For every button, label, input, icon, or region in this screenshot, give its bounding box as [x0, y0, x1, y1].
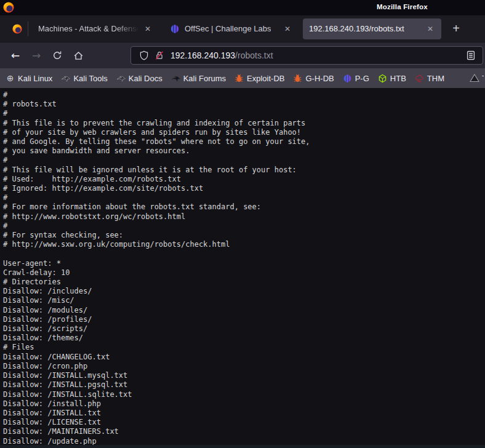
- forward-button[interactable]: →: [28, 47, 44, 64]
- bookmark-pg[interactable]: P-G: [343, 74, 369, 83]
- bookmark-label: HTB: [390, 74, 406, 83]
- bookmark-label: P-G: [355, 74, 369, 83]
- reload-button[interactable]: [49, 47, 65, 64]
- robots-txt-text: # # robots.txt # # This file is to preve…: [0, 88, 485, 446]
- tab-robots-txt-active[interactable]: 192.168.240.193/robots.txt ✕: [303, 18, 441, 39]
- close-icon[interactable]: ✕: [425, 24, 435, 34]
- bookmark-htb[interactable]: HTB: [378, 74, 406, 83]
- bookmark-label: Kali Forums: [183, 74, 226, 83]
- close-icon[interactable]: ✕: [143, 24, 153, 34]
- tab-separator: [28, 22, 28, 36]
- page-content: # # robots.txt # # This file is to preve…: [0, 88, 485, 448]
- tab-label: OffSec | Challenge Labs: [185, 24, 271, 33]
- new-tab-button[interactable]: +: [447, 20, 465, 38]
- bookmark-partial[interactable]: T: [470, 73, 484, 83]
- kali-globe-icon: ⊕: [6, 74, 15, 83]
- close-icon[interactable]: ✕: [283, 24, 292, 34]
- bookmark-kali-forums[interactable]: Kali Forums: [171, 74, 226, 83]
- htb-cube-icon: [378, 74, 387, 83]
- tab-label: Machines - Attack & Defense: [38, 24, 141, 33]
- back-button[interactable]: ←: [7, 47, 23, 64]
- offsec-icon: [343, 74, 352, 83]
- navigation-toolbar: ← → 192.168.240.193/ro: [0, 42, 485, 68]
- bug-icon: [293, 74, 302, 83]
- bookmark-label: Exploit-DB: [247, 74, 284, 83]
- firefox-icon: [12, 24, 22, 34]
- url-path: /robots.txt: [235, 50, 273, 60]
- bookmark-kali-linux[interactable]: ⊕ Kali Linux: [6, 74, 52, 83]
- bookmark-label: Kali Docs: [129, 74, 162, 83]
- url-bar[interactable]: 192.168.240.193/robots.txt: [130, 46, 483, 65]
- kali-dragon-icon: [116, 74, 126, 83]
- tab-offsec-challenge-labs[interactable]: OffSec | Challenge Labs ✕: [164, 18, 299, 39]
- window-title: Mozilla Firefox: [377, 3, 428, 10]
- bookmark-label-clipped: T: [482, 74, 484, 83]
- shield-permissions-icon[interactable]: [139, 50, 149, 60]
- url-domain: 192.168.240.193: [170, 50, 235, 60]
- url-text: 192.168.240.193/robots.txt: [170, 50, 273, 60]
- thm-cloud-icon: [415, 74, 424, 83]
- bug-icon: [234, 74, 244, 83]
- kali-dragon-dark-icon: [171, 74, 180, 83]
- bookmark-thm[interactable]: THM: [415, 74, 444, 83]
- triangle-icon: [470, 73, 479, 83]
- home-button[interactable]: [70, 47, 86, 64]
- reload-icon: [52, 50, 62, 60]
- bookmark-label: THM: [427, 74, 444, 83]
- bookmark-kali-tools[interactable]: Kali Tools: [61, 74, 107, 83]
- bookmark-label: Kali Linux: [18, 74, 52, 83]
- tab-bar: Machines - Attack & Defense ✕ OffSec | C…: [0, 15, 485, 42]
- bookmark-label: Kali Tools: [73, 74, 107, 83]
- home-icon: [73, 50, 84, 61]
- tab-machines-attack-defense[interactable]: Machines - Attack & Defense ✕: [32, 18, 159, 39]
- bookmark-exploit-db[interactable]: Exploit-DB: [234, 74, 284, 83]
- insecure-lock-icon[interactable]: [154, 50, 164, 60]
- reader-mode-icon[interactable]: [465, 50, 476, 61]
- offsec-icon: [170, 24, 180, 34]
- bottom-edge-strip: [0, 445, 485, 448]
- firefox-logo-icon: [3, 2, 14, 13]
- bookmark-label: G-H-DB: [305, 74, 334, 83]
- tab-label: 192.168.240.193/robots.txt: [309, 24, 404, 33]
- bookmark-ghdb[interactable]: G-H-DB: [293, 74, 334, 83]
- bookmark-kali-docs[interactable]: Kali Docs: [116, 74, 162, 83]
- title-bar: Mozilla Firefox: [0, 0, 485, 15]
- kali-dragon-icon: [61, 74, 70, 83]
- firefox-window: Mozilla Firefox Machines - Attack & Defe…: [0, 0, 485, 448]
- bookmarks-toolbar: ⊕ Kali Linux Kali Tools Kali Docs Kali F…: [0, 68, 485, 88]
